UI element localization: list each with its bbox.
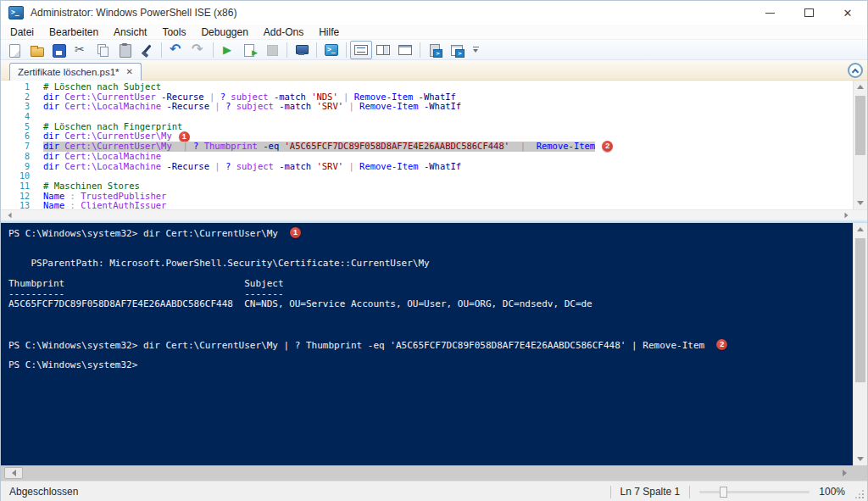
console-line-1: PS C:\Windows\system32> dir Cert:\Curren… [8, 228, 853, 238]
redo-button[interactable] [187, 41, 209, 59]
console-horizontal-scrollbar[interactable] [1, 465, 867, 481]
tab-label: Zertifikate löschen.ps1* [18, 67, 120, 77]
console-line-2 [8, 238, 853, 248]
console-text: PS C:\Windows\system32> dir Cert:\Curren… [8, 340, 704, 351]
editor-vertical-scrollbar[interactable] [853, 81, 867, 209]
menu-debuggen[interactable]: Debuggen [193, 25, 255, 39]
code-text: dir Cert:\LocalMachine -Recurse | ? subj… [43, 102, 461, 112]
cut-button[interactable] [70, 41, 92, 59]
window-controls [750, 1, 867, 25]
save-button[interactable] [47, 41, 70, 59]
maximize-icon [804, 8, 814, 17]
status-bar: Abgeschlossen Ln 7 Spalte 1 100% [1, 481, 867, 501]
undo-icon [169, 42, 184, 58]
editor-scrollbar-thumb[interactable] [855, 96, 865, 155]
editor-line-3[interactable]: 3dir Cert:\LocalMachine -Recurse | ? sub… [1, 102, 853, 112]
editor-lines[interactable]: 1# Löschen nach Subject2dir Cert:\Curren… [1, 81, 853, 209]
line-number: 4 [1, 112, 30, 122]
remote-powershell-icon [294, 42, 309, 58]
menu-ansicht[interactable]: Ansicht [106, 25, 154, 39]
start-powershell-button[interactable] [320, 41, 342, 59]
line-number: 11 [1, 181, 30, 192]
script-pane: 1# Löschen nach Subject2dir Cert:\Curren… [1, 81, 867, 220]
stop-icon [264, 42, 280, 58]
menu-bearbeiten[interactable]: Bearbeiten [42, 25, 106, 39]
scroll-up-icon[interactable] [854, 85, 867, 89]
show-script-pane-top-button[interactable] [350, 41, 372, 59]
menu-datei[interactable]: Datei [3, 25, 42, 39]
stop-operation-button[interactable] [261, 41, 283, 59]
open-script-button[interactable] [25, 41, 47, 59]
tab-close-icon[interactable]: ✕ [126, 68, 133, 76]
console-text: PSParentPath: Microsoft.PowerShell.Secur… [8, 258, 430, 269]
statusbar-divider [689, 486, 690, 498]
console-pane[interactable]: PS C:\Windows\system32> dir Cert:\Curren… [1, 223, 853, 465]
code-text: Name : ClientAuthIssuer [43, 201, 166, 209]
copy-button[interactable] [92, 41, 114, 59]
editor-line-9[interactable]: 9dir Cert:\LocalMachine -Recurse | ? sub… [1, 162, 853, 172]
show-console-pane-button[interactable] [446, 41, 468, 59]
title-bar[interactable]: Administrator: Windows PowerShell ISE (x… [1, 1, 867, 25]
zoom-slider-thumb[interactable] [720, 487, 727, 498]
show-script-pane-right-button[interactable] [372, 41, 394, 59]
save-icon [51, 42, 66, 58]
status-text: Abgeschlossen [9, 486, 78, 498]
scroll-left-icon [12, 470, 16, 476]
open-folder-icon [29, 42, 44, 58]
undo-button[interactable] [165, 41, 187, 59]
line-number: 13 [1, 201, 30, 209]
scroll-up-icon[interactable] [854, 227, 867, 231]
scroll-down-icon[interactable] [854, 201, 867, 205]
zoom-slider[interactable] [699, 491, 810, 493]
tab-bar: Zertifikate löschen.ps1* ✕ [1, 60, 867, 81]
console-vertical-scrollbar[interactable] [853, 223, 867, 465]
powershell-ise-window: Administrator: Windows PowerShell ISE (x… [0, 0, 868, 501]
line-number: 6 [1, 131, 30, 142]
clear-console-icon [139, 42, 154, 58]
menu-add-ons[interactable]: Add-Ons [256, 25, 311, 39]
zoom-level: 100% [819, 486, 845, 498]
console-line-12: PS C:\Windows\system32> dir Cert:\Curren… [8, 340, 853, 350]
menu-hilfe[interactable]: Hilfe [311, 25, 347, 39]
powershell-app-icon [8, 6, 24, 19]
collapse-script-pane-button[interactable] [848, 63, 863, 78]
tab-zertifikate-loeschen[interactable]: Zertifikate löschen.ps1* ✕ [9, 63, 142, 81]
resize-grip[interactable] [862, 497, 864, 498]
menu-tools[interactable]: Tools [154, 25, 193, 39]
paste-button[interactable] [114, 41, 136, 59]
scroll-down-icon[interactable] [854, 457, 867, 461]
close-button[interactable] [828, 1, 867, 25]
clear-console-button[interactable] [136, 41, 158, 59]
editor-line-13[interactable]: 13Name : ClientAuthIssuer [1, 201, 853, 209]
scroll-right-icon[interactable] [843, 470, 847, 476]
new-file-icon [7, 42, 22, 58]
script-pane-max-icon [398, 42, 413, 58]
run-selection-button[interactable] [239, 41, 261, 59]
new-remote-powershell-tab-button[interactable] [291, 41, 313, 59]
toolbar-overflow-button[interactable] [470, 41, 481, 59]
line-number: 10 [1, 171, 30, 181]
line-number: 8 [1, 152, 30, 162]
toolbar-separator [161, 42, 162, 58]
new-powershell-tab-button[interactable] [424, 41, 446, 59]
editor-horizontal-scrollbar[interactable] [1, 209, 867, 220]
scroll-right-icon[interactable] [845, 213, 849, 218]
toolbar-separator [316, 42, 317, 58]
script-pane-right-icon [376, 42, 391, 58]
show-script-pane-maximized-button[interactable] [394, 41, 416, 59]
console-scrollbar-thumb[interactable] [855, 238, 865, 382]
new-script-button[interactable] [3, 41, 25, 59]
chevron-down-icon [473, 49, 478, 53]
console-line-4: PSParentPath: Microsoft.PowerShell.Secur… [8, 259, 853, 269]
scroll-left-icon[interactable] [8, 213, 12, 218]
line-number: 3 [1, 102, 30, 112]
run-script-button[interactable] [217, 41, 239, 59]
line-number: 12 [1, 192, 30, 202]
line-number: 5 [1, 122, 30, 132]
powershell-icon [324, 42, 339, 58]
minimize-button[interactable] [750, 1, 789, 25]
maximize-button[interactable] [789, 1, 828, 25]
line-number: 7 [1, 142, 30, 152]
scroll-left-button[interactable] [4, 467, 23, 479]
window-title: Administrator: Windows PowerShell ISE (x… [31, 7, 236, 19]
